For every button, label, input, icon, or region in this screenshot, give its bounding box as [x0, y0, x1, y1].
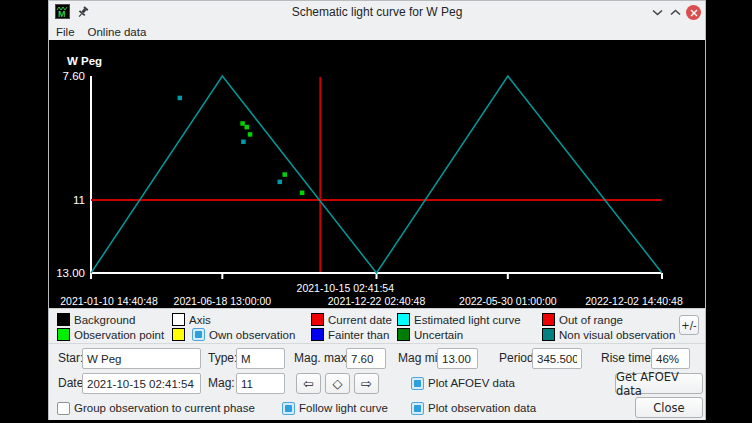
- x-axis-tick-label: 2021-06-18 13:00:00: [174, 295, 272, 307]
- jump-current-button[interactable]: ◇: [325, 373, 350, 394]
- legend-label: Out of range: [559, 313, 623, 327]
- app-window: Schematic light curve for W Peg M: [48, 0, 706, 420]
- close-button[interactable]: Close: [635, 397, 703, 418]
- app-icon: M: [55, 4, 70, 19]
- observation-point: [282, 172, 287, 177]
- mag-input[interactable]: [236, 373, 285, 394]
- legend-swatch-out-of-range: [542, 313, 555, 326]
- legend-label: Own observation: [209, 328, 295, 342]
- legend-bar: +/- BackgroundObservation pointAxisOwn o…: [49, 308, 705, 344]
- y-axis-tick-label: 7.60: [63, 70, 85, 82]
- non-visual-observation-point: [278, 180, 283, 185]
- light-curve-plot[interactable]: W Peg7.601113.002021-01-10 14:40:482021-…: [49, 40, 705, 308]
- get-afoev-data-button[interactable]: Get AFOEV data: [615, 373, 703, 394]
- observation-point: [244, 125, 249, 130]
- close-icon: [690, 9, 698, 17]
- star-label: Star:: [58, 348, 83, 368]
- legend-swatch-uncertain: [397, 328, 410, 341]
- legend-swatch-observation-point: [57, 328, 70, 341]
- titlebar: Schematic light curve for W Peg M: [49, 1, 705, 23]
- pin-icon[interactable]: [76, 5, 90, 19]
- observation-point: [248, 132, 253, 137]
- window-title: Schematic light curve for W Peg: [49, 1, 705, 23]
- legend-swatch-non-visual-observation: [542, 328, 555, 341]
- estimated-light-curve: [91, 76, 662, 273]
- legend-label: Estimated light curve: [414, 313, 521, 327]
- non-visual-observation-point: [241, 139, 246, 144]
- date-input[interactable]: [82, 373, 201, 394]
- legend-label: Non visual observation: [559, 328, 675, 342]
- svg-text:M: M: [58, 9, 66, 19]
- step-back-button[interactable]: ⇦: [296, 373, 321, 394]
- plus-minus-button[interactable]: +/-: [679, 315, 699, 335]
- group-observation-label: Group observation to current phase: [74, 398, 255, 418]
- y-axis-tick-label: 13.00: [56, 267, 85, 279]
- non-visual-observation-point: [178, 96, 183, 101]
- plot-afoev-data-checkbox[interactable]: [411, 377, 424, 390]
- legend-label: Axis: [189, 313, 211, 327]
- mag-min-input[interactable]: [437, 348, 478, 369]
- plot-star-name: W Peg: [67, 55, 102, 67]
- type-label: Type:: [208, 348, 237, 368]
- legend-swatch-own-observation: [172, 328, 185, 341]
- own-observation-checkbox[interactable]: [192, 328, 205, 341]
- maximize-button[interactable]: [668, 5, 683, 20]
- follow-light-curve-checkbox[interactable]: [282, 402, 295, 415]
- mag-max-input[interactable]: [346, 348, 386, 369]
- close-window-button[interactable]: [686, 5, 701, 20]
- legend-label: Current date: [328, 313, 392, 327]
- rise-time-input[interactable]: [651, 348, 690, 369]
- type-input[interactable]: [236, 348, 285, 369]
- legend-swatch-fainter-than: [311, 328, 324, 341]
- current-date-label: 2021-10-15 02:41:54: [297, 282, 395, 294]
- menubar: File Online data: [49, 23, 705, 40]
- x-axis-tick-label: 2021-01-10 14:40:48: [60, 295, 158, 307]
- rise-time-label: Rise time:: [601, 348, 654, 368]
- y-axis-tick-label: 11: [73, 194, 85, 206]
- legend-label: Background: [74, 313, 135, 327]
- step-forward-button[interactable]: ⇨: [354, 373, 379, 394]
- follow-light-curve-label: Follow light curve: [299, 398, 388, 418]
- plot-observation-data-label: Plot observation data: [428, 398, 536, 418]
- star-input[interactable]: [82, 348, 201, 369]
- legend-label: Uncertain: [414, 328, 463, 342]
- legend-swatch-estimated-light-curve: [397, 313, 410, 326]
- legend-swatch-axis: [172, 313, 185, 326]
- menu-online-data[interactable]: Online data: [88, 26, 154, 38]
- period-input[interactable]: [532, 348, 582, 369]
- mag-max-label: Mag. max:: [294, 348, 350, 368]
- observation-point: [300, 191, 305, 196]
- legend-swatch-background: [57, 313, 70, 326]
- observation-point: [240, 121, 245, 126]
- legend-swatch-current-date: [311, 313, 324, 326]
- minimize-button[interactable]: [650, 5, 665, 20]
- x-axis-tick-label: 2021-12-22 02:40:48: [328, 295, 426, 307]
- menu-file[interactable]: File: [56, 26, 82, 38]
- light-curve-canvas: W Peg7.601113.002021-01-10 14:40:482021-…: [49, 40, 705, 308]
- mag-label: Mag:: [208, 373, 235, 393]
- legend-label: Observation point: [74, 328, 164, 342]
- x-axis-tick-label: 2022-05-30 01:00:00: [459, 295, 557, 307]
- plot-observation-data-checkbox[interactable]: [411, 402, 424, 415]
- app-icon-glyph: M: [56, 6, 69, 19]
- desktop: { "window": { "title": "Schematic light …: [0, 0, 752, 423]
- control-panel: Star:Type:Mag. max:Mag min:Period:Rise t…: [49, 344, 705, 420]
- legend-label: Fainter than: [328, 328, 389, 342]
- x-axis-tick-label: 2022-12-02 14:40:48: [585, 295, 683, 307]
- plot-afoev-data-label: Plot AFOEV data: [428, 373, 515, 393]
- group-observation-checkbox[interactable]: [57, 402, 70, 415]
